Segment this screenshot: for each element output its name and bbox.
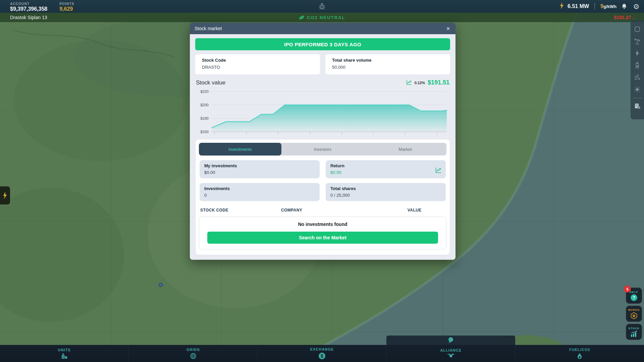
stock-label: STOCK	[629, 327, 640, 330]
bug-report-icon[interactable]	[318, 2, 326, 11]
grids-globe-icon	[190, 353, 197, 359]
exchange-coin-icon: $	[318, 352, 326, 360]
stock-code-label: Stock Code	[202, 58, 313, 63]
modal-header: Stock market ×	[190, 23, 455, 34]
nav-fuel-co2[interactable]: FUEL/CO2	[515, 345, 644, 362]
tab-market[interactable]: Market	[364, 143, 446, 156]
investments-count-label: Investments	[204, 186, 315, 191]
tab-bar: Investments Investors Market	[199, 143, 446, 156]
tab-investments[interactable]: Investments	[199, 143, 281, 156]
return-trend-icon	[435, 167, 442, 175]
header-company: COMPANY	[281, 208, 384, 213]
fuel-co2-label: FUEL/CO2	[569, 348, 590, 352]
energy-flyout-handle[interactable]	[0, 186, 10, 204]
my-investments-value: $0.00	[204, 170, 315, 175]
nav-units[interactable]: UNITS	[0, 345, 128, 362]
alliance-chat-popup[interactable]	[386, 336, 515, 345]
exchange-label: EXCHANGE	[310, 347, 334, 351]
close-icon[interactable]: ×	[445, 25, 451, 32]
tab-investors[interactable]: Investors	[281, 143, 364, 156]
co2-neutral-label: CO2 NEUTRAL	[307, 15, 345, 20]
grids-label: GRIDS	[186, 348, 200, 352]
build-toolbar	[631, 20, 644, 119]
chat-bubble-icon	[447, 337, 454, 344]
modal-body: IPO PERFORMED 3 DAYS AGO Stock Code DRAS…	[190, 34, 455, 260]
share-volume-label: Total share volume	[332, 58, 443, 63]
toolbar-divider	[633, 98, 642, 98]
stock-code-value: DRASTO	[202, 65, 313, 70]
return-value: $0.00	[330, 170, 441, 175]
total-shares-card: Total shares 0 / 25,000	[326, 183, 446, 201]
bonus-button[interactable]: BONUS	[626, 306, 642, 322]
nav-exchange[interactable]: EXCHANGE $	[257, 345, 386, 362]
header-value: VALUE	[384, 208, 445, 213]
select-area-icon[interactable]	[633, 24, 642, 34]
bonus-hexagon-icon	[630, 312, 638, 319]
units-label: UNITS	[58, 348, 71, 352]
investments-table-header: STOCK CODE COMPANY VALUE	[200, 208, 445, 213]
bottom-nav: UNITS GRIDS EXCHANGE $ ALLIANCE	[0, 345, 644, 362]
svg-text:$200: $200	[201, 103, 209, 107]
my-investments-card: My investments $0.00	[200, 160, 320, 178]
electricity-icon[interactable]	[633, 48, 642, 58]
share-volume-value: 50,000	[332, 65, 443, 70]
co2-neutral-badge: CO2 NEUTRAL	[0, 15, 644, 20]
stock-chart: $220$200$180$160	[195, 87, 450, 138]
nav-grids[interactable]: GRIDS	[128, 345, 257, 362]
return-label: Return	[330, 163, 441, 168]
investments-count-card: Investments 0	[200, 183, 320, 201]
battery-icon[interactable]	[633, 60, 642, 70]
svg-text:$220: $220	[201, 89, 209, 94]
units-factory-icon	[61, 353, 68, 359]
investments-panel: Investments Investors Market My investme…	[195, 139, 450, 255]
top-bar: ACCOUNT $9,397,396,358 POINTS 9,629 6.51…	[0, 0, 644, 13]
total-shares-value: 0 / 25,000	[330, 193, 441, 198]
stock-code-card: Stock Code DRASTO	[195, 54, 320, 74]
stock-chart-icon	[630, 330, 638, 337]
help-question-icon: ?	[631, 294, 637, 301]
change-percent: 0.12%	[415, 81, 425, 85]
energy-bolt-icon	[2, 192, 8, 199]
svg-text:$: $	[321, 353, 323, 359]
help-label: HELP	[630, 291, 638, 294]
stock-button[interactable]: STOCK	[626, 324, 642, 340]
help-button[interactable]: 5 HELP ?	[626, 288, 642, 304]
corner-buttons: 5 HELP ? BONUS STOCK	[626, 288, 642, 340]
search-market-button[interactable]: Search on the Market	[207, 232, 438, 244]
fuel-flame-icon	[577, 353, 582, 359]
solar-sun-icon[interactable]	[633, 84, 642, 95]
share-volume-card: Total share volume 50,000	[325, 54, 450, 74]
leaf-icon	[299, 15, 305, 20]
stock-market-modal: Stock market × IPO PERFORMED 3 DAYS AGO …	[190, 23, 455, 260]
return-card: Return $0.00	[326, 160, 446, 178]
help-badge: 5	[624, 286, 631, 293]
ipo-banner: IPO PERFORMED 3 DAYS AGO	[195, 38, 450, 50]
bonus-label: BONUS	[628, 308, 640, 311]
empty-state-card: No investments found Search on the Marke…	[199, 217, 446, 249]
header-stock-code: STOCK CODE	[200, 208, 281, 213]
current-stock-value: $191.51	[428, 79, 449, 86]
empty-message: No investments found	[207, 222, 438, 227]
company-strip: Drastok Siplan 13 CO2 NEUTRAL $191.27 ↓	[0, 13, 644, 22]
total-shares-label: Total shares	[330, 186, 441, 191]
modal-title: Stock market	[195, 26, 222, 31]
add-building-icon[interactable]	[633, 101, 642, 111]
svg-text:$160: $160	[201, 130, 209, 134]
trend-up-icon	[406, 80, 412, 85]
alliance-label: ALLIANCE	[440, 348, 462, 352]
investments-count-value: 0	[204, 193, 315, 198]
svg-text:$180: $180	[201, 116, 209, 120]
city-marker[interactable]	[159, 283, 162, 287]
alliance-handshake-icon	[446, 353, 455, 359]
wind-icon[interactable]	[633, 72, 642, 82]
my-investments-label: My investments	[204, 163, 315, 168]
power-pole-icon[interactable]	[633, 36, 642, 46]
stock-value-title: Stock value	[196, 79, 225, 86]
nav-alliance[interactable]: ALLIANCE	[386, 345, 515, 362]
